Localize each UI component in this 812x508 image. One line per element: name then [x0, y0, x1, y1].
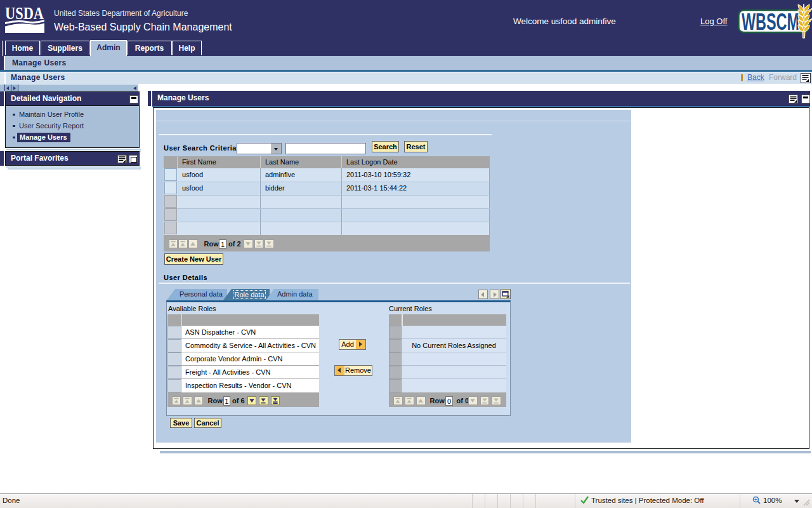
svg-text:USDA: USDA — [5, 6, 44, 23]
svg-text:WBSCM: WBSCM — [742, 8, 799, 35]
